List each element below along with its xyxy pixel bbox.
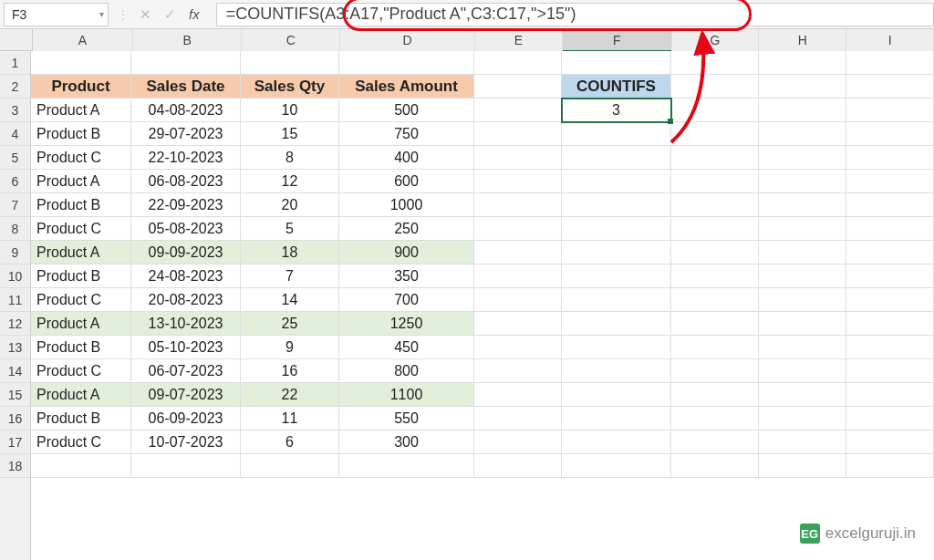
cell-H18[interactable] bbox=[759, 454, 846, 478]
col-header-A[interactable]: A bbox=[33, 29, 133, 51]
cell-A13[interactable]: Product B bbox=[31, 336, 131, 359]
row-header-9[interactable]: 9 bbox=[0, 241, 30, 264]
cell-A17[interactable]: Product C bbox=[31, 430, 131, 454]
name-box-dropdown-icon[interactable]: ▾ bbox=[99, 9, 104, 19]
cell-D3[interactable]: 500 bbox=[339, 99, 474, 122]
cell-E7[interactable] bbox=[474, 193, 562, 217]
cell-D1[interactable] bbox=[339, 51, 474, 75]
cell-B17[interactable]: 10-07-2023 bbox=[131, 430, 241, 454]
cell-G7[interactable] bbox=[671, 193, 759, 217]
cell-A9[interactable]: Product A bbox=[31, 241, 131, 264]
cell-H5[interactable] bbox=[759, 146, 846, 170]
cell-G5[interactable] bbox=[671, 146, 759, 170]
cell-D14[interactable]: 800 bbox=[339, 359, 474, 383]
cell-F4[interactable] bbox=[562, 122, 671, 146]
cell-H9[interactable] bbox=[759, 241, 846, 264]
cell-C15[interactable]: 22 bbox=[241, 383, 339, 407]
cell-G12[interactable] bbox=[671, 312, 759, 336]
cell-C16[interactable]: 11 bbox=[241, 407, 339, 430]
cell-I16[interactable] bbox=[846, 407, 934, 430]
cell-G6[interactable] bbox=[671, 170, 759, 193]
cell-D7[interactable]: 1000 bbox=[339, 193, 474, 217]
header-sales-qty[interactable]: Sales Qty bbox=[241, 75, 339, 99]
cell-I6[interactable] bbox=[846, 170, 934, 193]
cell-H1[interactable] bbox=[759, 51, 846, 75]
col-header-E[interactable]: E bbox=[475, 29, 563, 51]
fx-icon[interactable]: fx bbox=[189, 6, 200, 22]
cell-G14[interactable] bbox=[671, 359, 759, 383]
row-header-8[interactable]: 8 bbox=[0, 217, 30, 241]
cell-E3[interactable] bbox=[474, 99, 562, 122]
cell-C14[interactable]: 16 bbox=[241, 359, 339, 383]
cell-E10[interactable] bbox=[474, 264, 562, 288]
cell-G8[interactable] bbox=[671, 217, 759, 241]
row-header-3[interactable]: 3 bbox=[0, 99, 30, 122]
cell-E13[interactable] bbox=[474, 336, 562, 359]
cell-E11[interactable] bbox=[474, 288, 562, 312]
cell-A8[interactable]: Product C bbox=[31, 217, 131, 241]
cell-C17[interactable]: 6 bbox=[241, 430, 339, 454]
row-header-14[interactable]: 14 bbox=[0, 359, 30, 383]
cell-E8[interactable] bbox=[474, 217, 562, 241]
cell-B18[interactable] bbox=[131, 454, 241, 478]
cell-G18[interactable] bbox=[671, 454, 759, 478]
cell-C9[interactable]: 18 bbox=[241, 241, 339, 264]
cell-C10[interactable]: 7 bbox=[241, 264, 339, 288]
cell-G17[interactable] bbox=[671, 430, 759, 454]
row-header-17[interactable]: 17 bbox=[0, 430, 30, 454]
cell-A7[interactable]: Product B bbox=[31, 193, 131, 217]
cell-G13[interactable] bbox=[671, 336, 759, 359]
cell-G11[interactable] bbox=[671, 288, 759, 312]
enter-icon[interactable]: ✓ bbox=[164, 6, 176, 23]
cell-D6[interactable]: 600 bbox=[339, 170, 474, 193]
cell-H8[interactable] bbox=[759, 217, 846, 241]
cell-E6[interactable] bbox=[474, 170, 562, 193]
cell-I9[interactable] bbox=[846, 241, 934, 264]
cell-H13[interactable] bbox=[759, 336, 846, 359]
cell-C8[interactable]: 5 bbox=[241, 217, 339, 241]
cell-H7[interactable] bbox=[759, 193, 846, 217]
cell-B6[interactable]: 06-08-2023 bbox=[131, 170, 241, 193]
cell-B4[interactable]: 29-07-2023 bbox=[131, 122, 241, 146]
cell-F17[interactable] bbox=[562, 430, 671, 454]
row-header-6[interactable]: 6 bbox=[0, 170, 30, 193]
cell-B3[interactable]: 04-08-2023 bbox=[131, 99, 241, 122]
cell-B10[interactable]: 24-08-2023 bbox=[131, 264, 241, 288]
cell-B8[interactable]: 05-08-2023 bbox=[131, 217, 241, 241]
cell-F6[interactable] bbox=[562, 170, 671, 193]
cell-G4[interactable] bbox=[671, 122, 759, 146]
cell-H11[interactable] bbox=[759, 288, 846, 312]
cell-H6[interactable] bbox=[759, 170, 846, 193]
cell-F15[interactable] bbox=[562, 383, 671, 407]
cell-E16[interactable] bbox=[474, 407, 562, 430]
cell-D18[interactable] bbox=[339, 454, 474, 478]
cell-E1[interactable] bbox=[474, 51, 562, 75]
cell-H17[interactable] bbox=[759, 430, 846, 454]
cell-I13[interactable] bbox=[846, 336, 934, 359]
row-header-15[interactable]: 15 bbox=[0, 383, 30, 407]
cell-E12[interactable] bbox=[474, 312, 562, 336]
row-header-5[interactable]: 5 bbox=[0, 146, 30, 170]
cell-A6[interactable]: Product A bbox=[31, 170, 131, 193]
cell-B12[interactable]: 13-10-2023 bbox=[131, 312, 241, 336]
cell-D12[interactable]: 1250 bbox=[339, 312, 474, 336]
cell-D17[interactable]: 300 bbox=[339, 430, 474, 454]
col-header-B[interactable]: B bbox=[133, 29, 243, 51]
row-header-13[interactable]: 13 bbox=[0, 336, 30, 359]
col-header-C[interactable]: C bbox=[242, 29, 340, 51]
cell-D10[interactable]: 350 bbox=[339, 264, 474, 288]
select-all-corner[interactable] bbox=[0, 29, 33, 51]
cell-A5[interactable]: Product C bbox=[31, 146, 131, 170]
cell-B16[interactable]: 06-09-2023 bbox=[131, 407, 241, 430]
cell-A15[interactable]: Product A bbox=[31, 383, 131, 407]
cell-B11[interactable]: 20-08-2023 bbox=[131, 288, 241, 312]
cell-D15[interactable]: 1100 bbox=[339, 383, 474, 407]
cell-I14[interactable] bbox=[846, 359, 934, 383]
header-sales-date[interactable]: Sales Date bbox=[131, 75, 241, 99]
row-header-10[interactable]: 10 bbox=[0, 264, 30, 288]
cell-C13[interactable]: 9 bbox=[241, 336, 339, 359]
row-header-1[interactable]: 1 bbox=[0, 51, 30, 75]
cell-I15[interactable] bbox=[846, 383, 934, 407]
cell-D5[interactable]: 400 bbox=[339, 146, 474, 170]
cell-C5[interactable]: 8 bbox=[241, 146, 339, 170]
